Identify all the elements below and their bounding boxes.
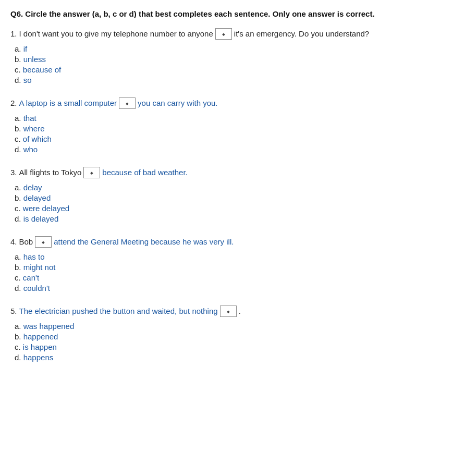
option-text-2-1: that xyxy=(23,114,36,123)
option-text-2-4: who xyxy=(23,145,38,154)
option-1-1: a. if xyxy=(15,44,455,53)
question-line-3: 3. All flights to Tokyo⬥because of bad w… xyxy=(10,166,455,179)
dropdown-arrow-2: ⬥ xyxy=(125,98,129,109)
option-label-1-2: b. xyxy=(15,55,23,64)
option-text-4-1: has to xyxy=(23,252,45,261)
option-5-1: a. was happened xyxy=(15,322,455,331)
option-label-3-1: a. xyxy=(15,183,23,192)
question-block-3: 3. All flights to Tokyo⬥because of bad w… xyxy=(10,166,455,223)
option-label-5-4: d. xyxy=(15,353,23,362)
option-text-5-4: happens xyxy=(23,353,54,362)
option-label-2-2: b. xyxy=(15,124,23,133)
question-number-3: 3. xyxy=(10,166,17,179)
question-number-4: 4. xyxy=(10,236,17,248)
option-4-3: c. can't xyxy=(15,273,455,282)
instruction: Q6. Circle the answer (a, b, c or d) tha… xyxy=(10,9,455,18)
option-label-4-3: c. xyxy=(15,273,23,282)
question-block-5: 5. The electrician pushed the button and… xyxy=(10,305,455,362)
options-4: a. has tob. might notc. can'td. couldn't xyxy=(15,252,455,292)
option-text-3-3: were delayed xyxy=(23,204,69,213)
option-text-3-1: delay xyxy=(23,183,42,192)
dropdown-arrow-4: ⬥ xyxy=(41,237,45,248)
option-label-1-4: d. xyxy=(15,76,23,84)
option-label-2-4: d. xyxy=(15,145,23,154)
question-block-2: 2. A laptop is a small computer⬥you can … xyxy=(10,97,455,154)
option-3-4: d. is delayed xyxy=(15,214,455,223)
option-3-1: a. delay xyxy=(15,183,455,192)
option-2-3: c. of which xyxy=(15,135,455,143)
question-number-2: 2. xyxy=(10,97,17,109)
option-label-2-3: c. xyxy=(15,135,23,143)
options-3: a. delayb. delayedc. were delayedd. is d… xyxy=(15,183,455,223)
dropdown-5[interactable]: ⬥ xyxy=(220,306,237,317)
question-before-text-4: Bob xyxy=(19,236,33,248)
option-text-2-2: where xyxy=(23,124,45,133)
option-label-5-3: c. xyxy=(15,343,23,351)
option-2-2: b. where xyxy=(15,124,455,133)
option-5-2: b. happened xyxy=(15,332,455,341)
option-text-5-1: was happened xyxy=(23,322,75,331)
option-text-1-3: because of xyxy=(23,65,61,74)
option-text-4-4: couldn't xyxy=(23,284,50,292)
option-2-1: a. that xyxy=(15,114,455,123)
option-label-4-4: d. xyxy=(15,284,23,292)
option-text-2-3: of which xyxy=(23,135,52,143)
option-label-5-2: b. xyxy=(15,332,23,341)
question-after-text-5: . xyxy=(239,305,241,318)
option-5-3: c. is happen xyxy=(15,343,455,351)
option-label-3-3: c. xyxy=(15,204,23,213)
option-text-4-3: can't xyxy=(23,273,39,282)
question-after-text-2: you can carry with you. xyxy=(138,97,217,109)
question-line-5: 5. The electrician pushed the button and… xyxy=(10,305,455,318)
option-label-2-1: a. xyxy=(15,114,23,123)
dropdown-1[interactable]: ⬥ xyxy=(215,28,232,40)
option-1-3: c. because of xyxy=(15,65,455,74)
option-text-5-3: is happen xyxy=(23,343,57,351)
option-4-1: a. has to xyxy=(15,252,455,261)
option-4-2: b. might not xyxy=(15,263,455,272)
question-block-1: 1. I don't want you to give my telephone… xyxy=(10,28,455,84)
option-1-4: d. so xyxy=(15,76,455,84)
option-1-2: b. unless xyxy=(15,55,455,64)
option-text-5-2: happened xyxy=(23,332,58,341)
option-text-1-1: if xyxy=(23,44,28,53)
question-line-4: 4. Bob⬥attend the General Meeting becaus… xyxy=(10,236,455,248)
options-5: a. was happenedb. happenedc. is happend.… xyxy=(15,322,455,362)
dropdown-arrow-1: ⬥ xyxy=(222,29,226,40)
question-line-1: 1. I don't want you to give my telephone… xyxy=(10,28,455,40)
option-label-3-4: d. xyxy=(15,214,23,223)
option-3-2: b. delayed xyxy=(15,193,455,202)
option-5-4: d. happens xyxy=(15,353,455,362)
option-2-4: d. who xyxy=(15,145,455,154)
option-text-1-4: so xyxy=(23,76,32,84)
question-block-4: 4. Bob⬥attend the General Meeting becaus… xyxy=(10,236,455,292)
question-after-text-4: attend the General Meeting because he wa… xyxy=(54,236,234,248)
question-number-1: 1. xyxy=(10,28,17,40)
option-text-4-2: might not xyxy=(23,263,56,272)
question-before-text-2: A laptop is a small computer xyxy=(19,97,117,109)
option-text-3-2: delayed xyxy=(23,193,51,202)
option-4-4: d. couldn't xyxy=(15,284,455,292)
option-text-1-2: unless xyxy=(23,55,46,64)
question-before-text-3: All flights to Tokyo xyxy=(19,166,82,179)
question-number-5: 5. xyxy=(10,305,17,318)
dropdown-4[interactable]: ⬥ xyxy=(35,236,52,248)
dropdown-arrow-3: ⬥ xyxy=(90,167,94,178)
dropdown-2[interactable]: ⬥ xyxy=(119,97,136,109)
option-label-5-1: a. xyxy=(15,322,23,331)
option-label-4-2: b. xyxy=(15,263,23,272)
question-after-text-1: it's an emergency. Do you understand? xyxy=(234,28,369,40)
question-before-text-5: The electrician pushed the button and wa… xyxy=(19,305,218,318)
dropdown-arrow-5: ⬥ xyxy=(226,306,230,317)
dropdown-3[interactable]: ⬥ xyxy=(83,167,100,178)
option-3-3: c. were delayed xyxy=(15,204,455,213)
question-after-text-3: because of bad weather. xyxy=(102,166,187,179)
question-before-text-1: I don't want you to give my telephone nu… xyxy=(19,28,213,40)
option-label-4-1: a. xyxy=(15,252,23,261)
option-label-1-1: a. xyxy=(15,44,23,53)
option-label-1-3: c. xyxy=(15,65,23,74)
option-text-3-4: is delayed xyxy=(23,214,59,223)
question-line-2: 2. A laptop is a small computer⬥you can … xyxy=(10,97,455,109)
options-2: a. thatb. wherec. of whichd. who xyxy=(15,114,455,154)
options-1: a. ifb. unlessc. because ofd. so xyxy=(15,44,455,84)
